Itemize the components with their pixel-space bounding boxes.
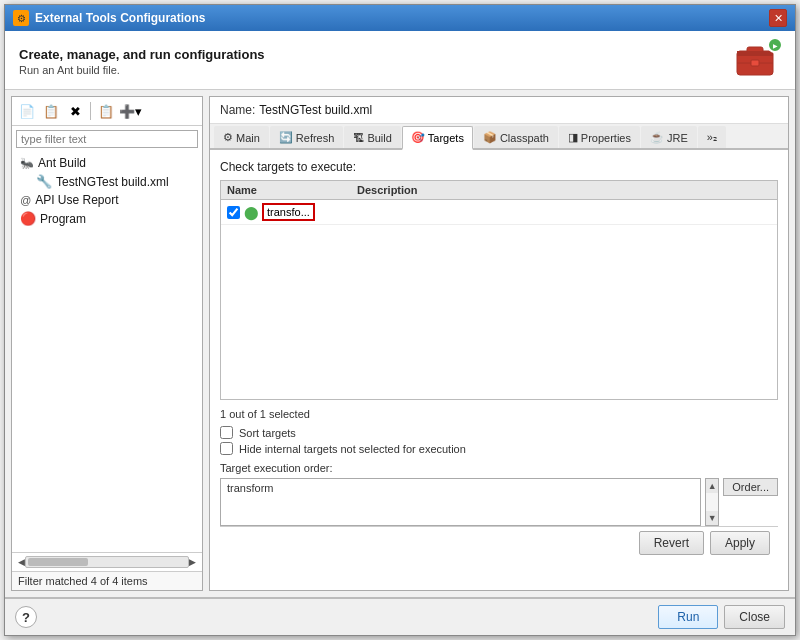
scroll-right-arrow[interactable]: ▶	[189, 557, 196, 567]
hide-internal-checkbox[interactable]	[220, 442, 233, 455]
tab-overflow-label: »₂	[707, 131, 717, 144]
name-label: Name:	[220, 103, 255, 117]
testng-icon: 🔧	[36, 174, 52, 189]
tab-classpath-icon: 📦	[483, 131, 497, 144]
table-header: Name Description	[221, 181, 777, 200]
left-panel-scrollbar[interactable]: ◀ ▶	[12, 552, 202, 571]
external-tools-dialog: ⚙ External Tools Configurations ✕ Create…	[4, 4, 796, 636]
target-run-icon: ⬤	[244, 205, 259, 220]
sort-targets-row: Sort targets	[220, 426, 778, 439]
scroll-down-arrow[interactable]: ▼	[706, 511, 718, 525]
program-icon: 🔴	[20, 211, 36, 226]
revert-button[interactable]: Revert	[639, 531, 704, 555]
tabs-row: ⚙ Main 🔄 Refresh 🏗 Build 🎯 Targets 📦	[210, 124, 788, 150]
header-icon-area	[733, 41, 781, 81]
scrollbar-thumb	[28, 558, 88, 566]
dialog-title: External Tools Configurations	[35, 11, 205, 25]
target-name-box: transfo...	[262, 203, 315, 221]
tree-item-ant-build[interactable]: 🐜 Ant Build	[12, 154, 202, 172]
order-section: Target execution order: transform ▲ ▼ Or…	[220, 462, 778, 526]
header-left: Create, manage, and run configurations R…	[19, 47, 265, 76]
tab-jre-label: JRE	[667, 132, 688, 144]
ant-build-icon: 🐜	[20, 157, 34, 170]
run-indicator	[767, 37, 783, 53]
tab-targets-icon: 🎯	[411, 131, 425, 144]
tab-build[interactable]: 🏗 Build	[344, 126, 400, 148]
sort-targets-label: Sort targets	[239, 427, 296, 439]
tab-properties-label: Properties	[581, 132, 631, 144]
tab-build-icon: 🏗	[353, 132, 364, 144]
toolbar-divider	[90, 102, 91, 120]
apply-button[interactable]: Apply	[710, 531, 770, 555]
bottom-buttons: Revert Apply	[220, 526, 778, 559]
target-checkbox[interactable]	[227, 206, 240, 219]
hide-internal-row: Hide internal targets not selected for e…	[220, 442, 778, 455]
order-textarea[interactable]: transform	[220, 478, 701, 526]
filter-button[interactable]: 📋	[95, 100, 117, 122]
tree-item-label: API Use Report	[35, 193, 118, 207]
title-bar: ⚙ External Tools Configurations ✕	[5, 5, 795, 31]
delete-config-button[interactable]: ✖	[64, 100, 86, 122]
tab-jre[interactable]: ☕ JRE	[641, 126, 697, 148]
order-button[interactable]: Order...	[723, 478, 778, 496]
new-config-button[interactable]: 📄	[16, 100, 38, 122]
table-row[interactable]: ⬤ transfo...	[221, 200, 777, 225]
header-title: Create, manage, and run configurations	[19, 47, 265, 62]
right-panel: Name: TestNGTest build.xml ⚙ Main 🔄 Refr…	[209, 96, 789, 591]
config-name-value: TestNGTest build.xml	[259, 103, 372, 117]
selection-info: 1 out of 1 selected	[220, 408, 778, 420]
title-bar-left: ⚙ External Tools Configurations	[13, 10, 205, 26]
tab-jre-icon: ☕	[650, 131, 664, 144]
header-section: Create, manage, and run configurations R…	[5, 31, 795, 90]
svg-rect-2	[737, 51, 773, 56]
collapse-button[interactable]: ➕▾	[119, 100, 141, 122]
dialog-icon: ⚙	[13, 10, 29, 26]
close-button[interactable]: Close	[724, 605, 785, 629]
tree-area: 🐜 Ant Build 🔧 TestNGTest build.xml @ API…	[12, 152, 202, 552]
order-scrollbar[interactable]: ▲ ▼	[705, 478, 719, 526]
scroll-up-arrow[interactable]: ▲	[706, 479, 718, 493]
col-header-name: Name	[227, 184, 357, 196]
order-row: transform ▲ ▼ Order...	[220, 478, 778, 526]
filter-status: Filter matched 4 of 4 items	[12, 571, 202, 590]
tab-overflow[interactable]: »₂	[698, 126, 726, 148]
scroll-left-arrow[interactable]: ◀	[18, 557, 25, 567]
tree-item-label: Ant Build	[38, 156, 86, 170]
sort-targets-checkbox[interactable]	[220, 426, 233, 439]
tab-refresh-label: Refresh	[296, 132, 335, 144]
check-targets-label: Check targets to execute:	[220, 160, 778, 174]
tab-classpath-label: Classpath	[500, 132, 549, 144]
col-header-description: Description	[357, 184, 771, 196]
scroll-track	[706, 493, 718, 511]
footer-right: Run Close	[658, 605, 785, 629]
help-button[interactable]: ?	[15, 606, 37, 628]
tab-classpath[interactable]: 📦 Classpath	[474, 126, 558, 148]
tab-targets-label: Targets	[428, 132, 464, 144]
tab-properties[interactable]: ◨ Properties	[559, 126, 640, 148]
tab-content-targets: Check targets to execute: Name Descripti…	[210, 150, 788, 590]
left-panel: 📄 📋 ✖ 📋 ➕▾ 🐜 Ant Build 🔧 TestNGTest buil…	[11, 96, 203, 591]
tree-item-label: Program	[40, 212, 86, 226]
tree-item-api[interactable]: @ API Use Report	[12, 191, 202, 209]
config-name-row: Name: TestNGTest build.xml	[210, 97, 788, 124]
target-name-text: transfo...	[267, 206, 310, 218]
tab-build-label: Build	[367, 132, 391, 144]
tree-item-program[interactable]: 🔴 Program	[12, 209, 202, 228]
tab-targets[interactable]: 🎯 Targets	[402, 126, 473, 150]
dialog-footer: ? Run Close	[5, 597, 795, 635]
tree-item-label: TestNGTest build.xml	[56, 175, 169, 189]
tab-main[interactable]: ⚙ Main	[214, 126, 269, 148]
tab-refresh-icon: 🔄	[279, 131, 293, 144]
horizontal-scrollbar[interactable]	[25, 556, 189, 568]
filter-input[interactable]	[16, 130, 198, 148]
copy-config-button[interactable]: 📋	[40, 100, 62, 122]
hide-internal-label: Hide internal targets not selected for e…	[239, 443, 466, 455]
run-button[interactable]: Run	[658, 605, 718, 629]
tab-main-label: Main	[236, 132, 260, 144]
target-name-cell: transfo...	[262, 203, 372, 221]
tree-item-testng[interactable]: 🔧 TestNGTest build.xml	[12, 172, 202, 191]
close-window-button[interactable]: ✕	[769, 9, 787, 27]
tab-refresh[interactable]: 🔄 Refresh	[270, 126, 344, 148]
tab-properties-icon: ◨	[568, 131, 578, 144]
targets-table[interactable]: Name Description ⬤ transfo...	[220, 180, 778, 400]
